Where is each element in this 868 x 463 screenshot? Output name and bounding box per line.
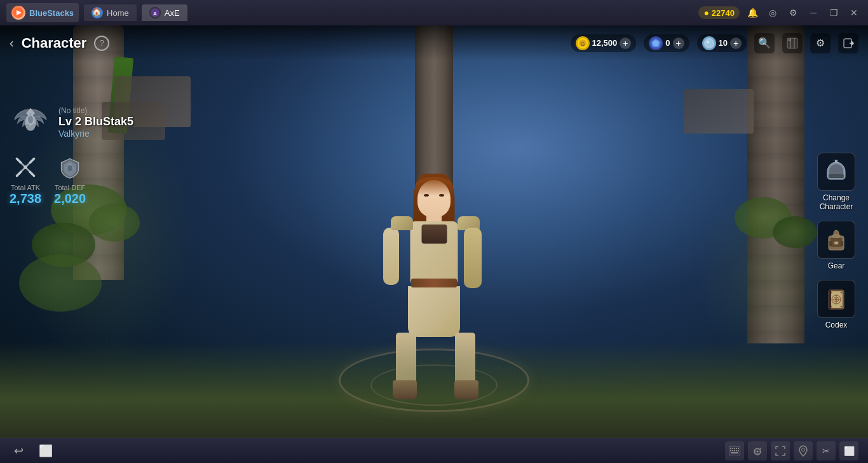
crystal-add-button[interactable]: + xyxy=(730,38,742,49)
def-value: 2,020 xyxy=(54,191,86,206)
gem-currency: 0 + xyxy=(644,34,689,52)
keyboard-button[interactable] xyxy=(725,441,744,460)
gold-add-button[interactable]: + xyxy=(620,38,631,49)
svg-rect-56 xyxy=(730,450,731,451)
svg-line-26 xyxy=(17,159,21,163)
location-button[interactable] xyxy=(794,441,813,460)
gem-icon xyxy=(649,36,663,50)
svg-rect-55 xyxy=(738,448,739,449)
back-button[interactable]: ‹ xyxy=(10,36,14,50)
svg-point-12 xyxy=(706,40,712,46)
window-button[interactable]: ⬜ xyxy=(839,441,858,460)
axe-tab-icon: A xyxy=(149,7,161,18)
notification-button[interactable]: 🔔 xyxy=(745,5,760,20)
svg-point-46 xyxy=(841,292,843,294)
svg-rect-34 xyxy=(829,241,832,246)
stats-row: Total ATK 2,738 Total DEF xyxy=(10,156,175,206)
game-area: ‹ Character ? G 12,500 + xyxy=(0,25,868,438)
taskbar-right: ✂ ⬜ xyxy=(725,441,858,460)
crystal-currency: 10 + xyxy=(697,34,747,52)
title-bar-right: ● 22740 🔔 ◎ ⚙ ─ ❐ ✕ xyxy=(698,5,862,20)
back-arrow-icon: ‹ xyxy=(10,36,14,50)
bluestacks-logo[interactable]: BlueStacks xyxy=(6,3,79,22)
home-tab-icon: 🏠 xyxy=(92,7,103,18)
svg-rect-33 xyxy=(832,235,840,237)
scissors-button[interactable]: ✂ xyxy=(817,441,836,460)
svg-point-44 xyxy=(835,298,837,301)
title-bar: BlueStacks 🏠 Home A AxE ● 22740 🔔 ◎ ⚙ ─ … xyxy=(0,0,868,25)
svg-point-37 xyxy=(836,242,837,244)
fullscreen-button[interactable] xyxy=(771,441,790,460)
crystal-icon xyxy=(702,36,716,50)
top-hud: ‹ Character ? G 12,500 + xyxy=(0,25,868,60)
svg-rect-52 xyxy=(732,448,733,449)
gem-add-button[interactable]: + xyxy=(673,38,684,49)
svg-point-28 xyxy=(67,165,72,171)
svg-point-65 xyxy=(760,448,761,449)
svg-rect-59 xyxy=(736,450,737,451)
settings-button[interactable]: ⚙ xyxy=(785,5,801,20)
atk-stat: Total ATK 2,738 xyxy=(10,156,41,206)
character-no-title: (No title) xyxy=(58,106,133,115)
def-stat: Total DEF 2,020 xyxy=(54,156,86,206)
page-title: Character xyxy=(22,35,87,52)
character-details: (No title) Lv 2 BluStak5 Valkyrie xyxy=(58,106,133,139)
gear-icon xyxy=(817,221,855,259)
svg-rect-35 xyxy=(841,241,843,246)
search-button[interactable]: 🔍 xyxy=(754,33,775,53)
svg-rect-51 xyxy=(730,448,731,449)
gem-value: 0 xyxy=(665,38,670,48)
svg-line-24 xyxy=(17,172,21,176)
codex-button[interactable]: Codex xyxy=(811,280,862,329)
taskbar-left: ↩ ⬜ xyxy=(10,442,55,460)
svg-point-48 xyxy=(841,306,843,308)
svg-line-25 xyxy=(30,172,34,176)
change-character-button[interactable]: Change Character xyxy=(811,153,862,211)
character-class: Valkyrie xyxy=(58,128,133,139)
coin-value: 22740 xyxy=(712,8,735,18)
map-button[interactable] xyxy=(782,33,803,53)
menu-settings-button[interactable]: ⚙ xyxy=(810,33,831,53)
svg-rect-58 xyxy=(734,450,735,451)
emblem-svg xyxy=(11,104,50,142)
svg-text:G: G xyxy=(580,41,585,47)
back-nav-button[interactable]: ↩ xyxy=(10,442,27,460)
svg-point-66 xyxy=(802,448,805,451)
coins-display: ● 22740 xyxy=(698,6,740,19)
close-button[interactable]: ✕ xyxy=(846,5,862,20)
restore-button[interactable]: ❐ xyxy=(826,5,841,20)
change-character-label: Change Character xyxy=(820,193,853,211)
stream-button[interactable]: ◎ xyxy=(765,5,780,20)
home-tab-label: Home xyxy=(107,8,129,18)
def-icon xyxy=(58,156,81,181)
character-name: Lv 2 BluStak5 xyxy=(58,115,133,128)
gear-label: Gear xyxy=(828,261,845,270)
bluestacks-name: BlueStacks xyxy=(29,8,74,18)
svg-point-20 xyxy=(27,115,34,124)
axe-tab-label: AxE xyxy=(165,8,180,18)
gold-icon: G xyxy=(576,36,590,50)
change-character-icon xyxy=(817,153,855,191)
svg-text:A: A xyxy=(153,11,157,17)
help-button[interactable]: ? xyxy=(94,36,109,51)
taskbar: ↩ ⬜ xyxy=(0,438,868,463)
minimize-button[interactable]: ─ xyxy=(806,5,821,20)
character-header: (No title) Lv 2 BluStak5 Valkyrie xyxy=(10,102,175,143)
svg-line-27 xyxy=(30,159,34,163)
svg-rect-61 xyxy=(731,452,738,453)
gold-value: 12,500 xyxy=(592,38,618,48)
home-nav-button[interactable]: ⬜ xyxy=(37,442,55,460)
svg-rect-49 xyxy=(829,290,831,309)
tab-axe[interactable]: A AxE xyxy=(142,4,187,21)
camera-button[interactable] xyxy=(748,441,767,460)
atk-icon xyxy=(14,156,37,181)
svg-rect-60 xyxy=(738,450,739,451)
svg-point-23 xyxy=(24,165,27,169)
game-scene-overlay xyxy=(0,25,868,438)
gear-button[interactable]: Gear xyxy=(811,221,862,270)
svg-point-13 xyxy=(707,41,709,43)
right-action-panel: Change Character xyxy=(811,153,862,329)
logout-button[interactable] xyxy=(838,33,858,53)
tab-home[interactable]: 🏠 Home xyxy=(84,4,137,21)
gold-currency: G 12,500 + xyxy=(571,34,637,52)
